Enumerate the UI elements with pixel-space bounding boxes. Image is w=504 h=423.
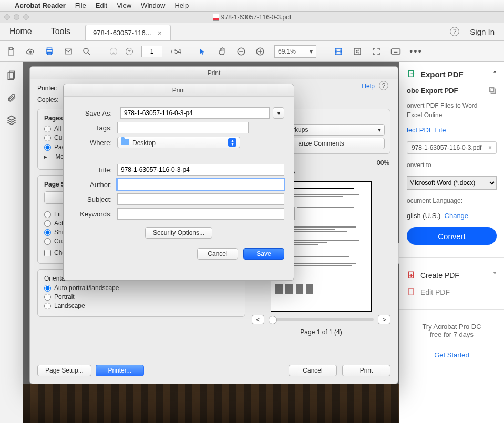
where-select[interactable]: Desktop ▴▾ xyxy=(117,137,240,148)
convert-button[interactable]: Convert xyxy=(407,227,497,245)
expand-save-dialog-icon[interactable]: ▾ xyxy=(273,107,284,119)
select-pdf-link[interactable]: lect PDF File xyxy=(407,126,497,134)
pages-current-radio[interactable] xyxy=(44,135,51,141)
actual-radio[interactable] xyxy=(44,220,51,227)
orient-portrait-radio[interactable] xyxy=(44,294,51,301)
preview-slider[interactable] xyxy=(269,318,374,321)
pages-panel-icon[interactable] xyxy=(6,69,17,81)
security-options-button[interactable]: Security Options... xyxy=(145,227,212,239)
paper-source-checkbox[interactable] xyxy=(44,250,51,256)
zoom-value: 69.1% xyxy=(278,48,296,55)
page-down-icon[interactable] xyxy=(126,48,133,55)
custom-scale-radio[interactable] xyxy=(44,238,51,245)
minimize-window-icon[interactable] xyxy=(14,14,19,20)
zoom-window-icon[interactable] xyxy=(23,14,29,20)
page-up-icon[interactable] xyxy=(110,48,117,55)
svg-rect-15 xyxy=(491,89,495,93)
saveas-label: Save As: xyxy=(73,109,117,117)
title-field-label: Title: xyxy=(73,166,117,174)
doc-language-value: glish (U.S.) xyxy=(407,212,440,220)
share-icon[interactable] xyxy=(488,86,497,95)
search-icon[interactable] xyxy=(82,47,92,56)
save-icon[interactable] xyxy=(6,47,17,56)
cloud-icon[interactable] xyxy=(25,47,36,56)
fit-radio[interactable] xyxy=(44,211,51,218)
print-help-icon[interactable]: ? xyxy=(379,81,388,90)
fit-width-icon[interactable] xyxy=(334,47,344,56)
doc-language-label: ocument Language: xyxy=(407,197,497,204)
menubar-window[interactable]: Window xyxy=(141,2,165,9)
print-cancel-button[interactable]: Cancel xyxy=(289,365,337,376)
mail-icon[interactable] xyxy=(63,47,74,56)
hand-tool-icon[interactable] xyxy=(218,47,228,56)
saveas-input[interactable] xyxy=(120,107,270,119)
create-pdf-section[interactable]: Create PDF ˅ xyxy=(407,271,497,280)
zoom-out-icon[interactable] xyxy=(236,47,247,56)
keyboard-icon[interactable] xyxy=(390,48,401,55)
change-language-link[interactable]: Change xyxy=(445,212,469,220)
edit-pdf-icon xyxy=(407,287,416,297)
sign-in-link[interactable]: Sign In xyxy=(470,27,495,36)
preview-prev-button[interactable]: < xyxy=(252,315,264,324)
attachments-icon[interactable] xyxy=(7,92,16,103)
menubar-edit[interactable]: Edit xyxy=(96,2,107,9)
where-value: Desktop xyxy=(132,139,156,147)
shrink-radio[interactable] xyxy=(44,229,51,236)
svg-rect-9 xyxy=(354,48,361,55)
pointer-tool-icon[interactable] xyxy=(199,47,209,56)
tab-close-icon[interactable]: × xyxy=(157,29,163,37)
zoom-select[interactable]: 69.1% ▾ xyxy=(274,45,316,58)
menubar-file[interactable]: File xyxy=(75,2,86,9)
tags-input[interactable] xyxy=(117,122,249,133)
svg-rect-0 xyxy=(9,48,13,50)
tab-tools[interactable]: Tools xyxy=(42,23,80,40)
right-panel: ▸ Export PDF ˄ obe Export PDF onvert PDF… xyxy=(399,62,504,423)
document-page-image xyxy=(23,384,399,423)
tab-document[interactable]: 978-1-63057-116... × xyxy=(85,25,171,40)
print-confirm-button[interactable]: Print xyxy=(342,365,390,376)
fit-page-icon[interactable] xyxy=(353,47,363,56)
layers-icon[interactable] xyxy=(6,115,17,125)
export-pdf-icon xyxy=(407,69,416,79)
save-cancel-button[interactable]: Cancel xyxy=(197,248,238,260)
help-icon[interactable]: ? xyxy=(450,27,459,36)
page-number-input[interactable] xyxy=(141,46,162,57)
save-dialog: Print Save As: ▾ Tags: Where: Desktop ▴▾ xyxy=(63,84,294,281)
tab-document-label: 978-1-63057-116... xyxy=(93,29,151,37)
tab-home[interactable]: Home xyxy=(0,23,42,40)
convert-format-select[interactable]: Microsoft Word (*.docx) xyxy=(407,176,497,190)
save-confirm-button[interactable]: Save xyxy=(243,248,284,260)
print-icon[interactable] xyxy=(44,47,55,56)
get-started-link[interactable]: Get Started xyxy=(434,351,469,359)
window-title: 978-1-63057-116-0-3.pdf xyxy=(221,14,291,21)
title-input[interactable] xyxy=(117,164,284,176)
pages-range-radio[interactable] xyxy=(44,144,51,151)
page-setup-button[interactable]: Page Setup... xyxy=(37,365,91,376)
keywords-input[interactable] xyxy=(117,208,284,220)
selected-file-chip[interactable]: 978-1-63057-116-0-3.pdf × xyxy=(407,141,497,154)
preview-next-button[interactable]: > xyxy=(378,315,390,324)
more-icon[interactable]: ••• xyxy=(409,47,420,56)
remove-file-icon[interactable]: × xyxy=(488,144,492,151)
svg-rect-10 xyxy=(392,49,400,54)
subject-input[interactable] xyxy=(117,193,284,205)
export-pdf-section-header[interactable]: Export PDF ˄ xyxy=(407,69,497,79)
printer-settings-button[interactable]: Printer... xyxy=(96,365,144,376)
tags-label: Tags: xyxy=(73,124,117,132)
print-help-link[interactable]: Help xyxy=(362,82,375,90)
edit-pdf-section[interactable]: Edit PDF xyxy=(407,287,497,297)
pages-all-label: All xyxy=(54,125,61,132)
pages-all-radio[interactable] xyxy=(44,126,51,132)
fullscreen-icon[interactable] xyxy=(372,47,382,56)
menubar-help[interactable]: Help xyxy=(174,2,189,9)
author-input[interactable] xyxy=(117,179,284,190)
close-window-icon[interactable] xyxy=(4,14,10,20)
orient-landscape-radio[interactable] xyxy=(44,303,51,309)
menubar-app-name[interactable]: Acrobat Reader xyxy=(15,2,66,9)
svg-rect-17 xyxy=(409,288,414,295)
zoom-in-icon[interactable] xyxy=(255,47,266,56)
create-pdf-icon xyxy=(407,271,416,280)
menubar-view[interactable]: View xyxy=(117,2,131,9)
orient-auto-radio[interactable] xyxy=(44,285,51,292)
svg-rect-14 xyxy=(490,88,494,92)
